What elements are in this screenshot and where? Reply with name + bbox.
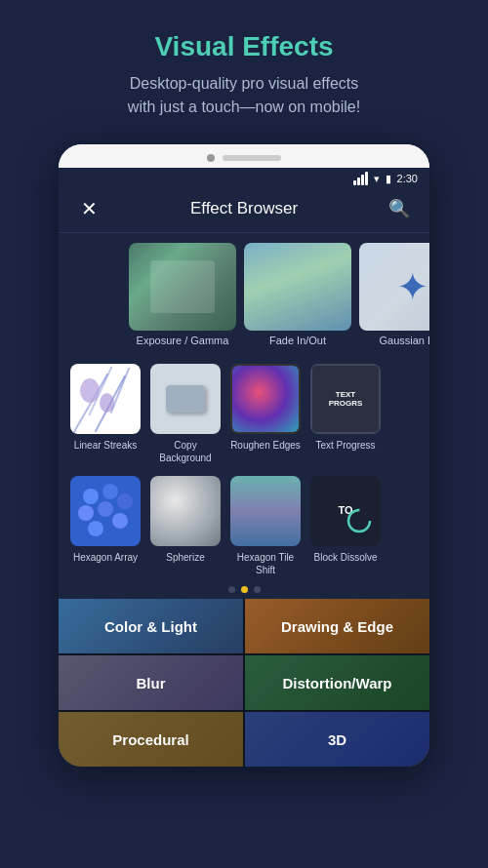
- browser-title: Effect Browser: [190, 199, 298, 218]
- big-effects-row: Exposure / Gamma Fade In/Out ✦: [59, 243, 429, 346]
- phone-camera: [207, 154, 215, 162]
- category-distortion[interactable]: Distortion/Warp: [245, 655, 429, 710]
- svg-point-5: [88, 521, 103, 536]
- big-effect-label-fade: Fade In/Out: [244, 335, 351, 346]
- close-button[interactable]: ✕: [74, 197, 103, 220]
- effect-spherize[interactable]: Spherize: [150, 476, 221, 576]
- star-shape: ✦: [396, 264, 429, 309]
- hexagon-svg: [76, 482, 135, 540]
- effect-roughen-edges[interactable]: Roughen Edges: [230, 364, 301, 464]
- big-effect-gaussian[interactable]: ✦ Gaussian Blur: [359, 243, 429, 346]
- effect-copy-background[interactable]: Copy Background: [150, 364, 221, 464]
- effect-label-spherize: Spherize: [166, 551, 204, 564]
- battery-icon: ▮: [386, 173, 391, 185]
- phone-top-bar: [59, 144, 429, 168]
- category-label-distortion: Distortion/Warp: [283, 675, 392, 691]
- big-effect-fade[interactable]: Fade In/Out: [244, 243, 351, 346]
- page-header: Visual Effects Desktop-quality pro visua…: [0, 0, 488, 135]
- effect-hexagon-array[interactable]: Hexagon Array: [70, 476, 141, 576]
- dissolve-circle-svg: [346, 507, 373, 534]
- effect-label-block-dissolve: Block Dissolve: [313, 551, 377, 564]
- effect-label-copy-bg: Copy Background: [150, 439, 221, 464]
- svg-point-0: [83, 489, 99, 504]
- wifi-icon: ▾: [374, 173, 380, 185]
- category-grid: Color & Light Drawing & Edge Blur Distor…: [59, 599, 429, 767]
- category-blur[interactable]: Blur: [59, 655, 243, 710]
- big-effect-label-gaussian: Gaussian Blur: [359, 335, 429, 346]
- svg-point-4: [117, 493, 133, 509]
- category-label-3d: 3D: [328, 731, 346, 748]
- big-effects-section: Exposure / Gamma Fade In/Out ✦: [59, 233, 429, 352]
- app-content: ▾ ▮ 2:30 ✕ Effect Browser 🔍 Exposure /: [59, 168, 429, 767]
- effect-label-text-progress: Text Progress: [315, 439, 375, 452]
- small-effects-row1: Linear Streaks Copy Background: [59, 352, 429, 468]
- big-effect-exposure[interactable]: Exposure / Gamma: [129, 243, 236, 346]
- status-bar: ▾ ▮ 2:30: [59, 168, 429, 189]
- page-indicators: [59, 580, 429, 599]
- category-drawing-edge[interactable]: Drawing & Edge: [245, 599, 429, 653]
- dot-2[interactable]: [241, 586, 248, 593]
- search-button[interactable]: 🔍: [385, 198, 414, 219]
- status-time: 2:30: [397, 173, 418, 184]
- big-effect-thumb-exposure: [129, 243, 236, 331]
- page-title: Visual Effects: [20, 31, 468, 62]
- effect-block-dissolve[interactable]: TO Block Dissolve: [310, 476, 381, 576]
- page-subtitle: Desktop-quality pro visual effectswith j…: [20, 72, 468, 119]
- svg-point-2: [78, 505, 94, 521]
- phone-mockup: ▾ ▮ 2:30 ✕ Effect Browser 🔍 Exposure /: [59, 144, 429, 767]
- effect-label-roughen: Roughen Edges: [230, 439, 301, 452]
- svg-point-6: [112, 513, 128, 529]
- category-label-color-light: Color & Light: [104, 618, 197, 635]
- effect-hexagon-tile[interactable]: Hexagon Tile Shift: [230, 476, 301, 576]
- category-3d[interactable]: 3D: [245, 712, 429, 767]
- category-procedural[interactable]: Procedural: [59, 712, 243, 767]
- small-effects-row2: Hexagon Array Spherize Hexagon Tile Shif…: [59, 468, 429, 580]
- signal-icon: [353, 172, 368, 185]
- big-effect-thumb-gaussian: ✦: [359, 243, 429, 331]
- phone-speaker: [223, 155, 281, 161]
- svg-point-3: [98, 501, 113, 517]
- dot-3[interactable]: [254, 586, 261, 593]
- big-effect-label-exposure: Exposure / Gamma: [129, 335, 236, 346]
- effect-label-hex-tile: Hexagon Tile Shift: [230, 551, 301, 576]
- category-label-drawing-edge: Drawing & Edge: [281, 618, 393, 635]
- category-label-procedural: Procedural: [112, 731, 188, 748]
- dot-1[interactable]: [228, 586, 235, 593]
- effect-text-progress[interactable]: TEXT PROGRS Text Progress: [310, 364, 381, 464]
- effect-label-linear-streaks: Linear Streaks: [74, 439, 137, 452]
- effect-label-hexagon: Hexagon Array: [73, 551, 138, 564]
- big-effect-thumb-fade: [244, 243, 351, 331]
- effect-linear-streaks[interactable]: Linear Streaks: [70, 364, 141, 464]
- svg-point-1: [102, 484, 118, 499]
- category-label-blur: Blur: [137, 675, 166, 691]
- svg-point-7: [348, 510, 370, 532]
- effect-browser-bar: ✕ Effect Browser 🔍: [59, 189, 429, 233]
- category-color-light[interactable]: Color & Light: [59, 599, 243, 653]
